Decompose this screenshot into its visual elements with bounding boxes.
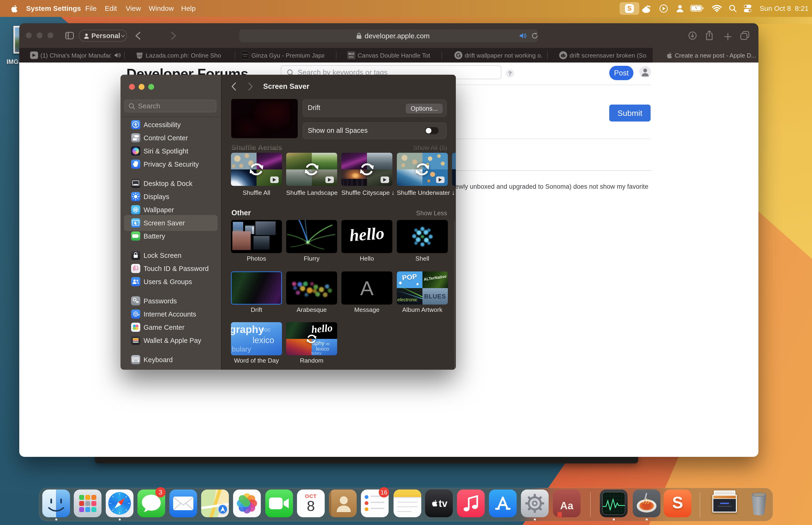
svg-text:Laz: Laz <box>137 54 142 57</box>
